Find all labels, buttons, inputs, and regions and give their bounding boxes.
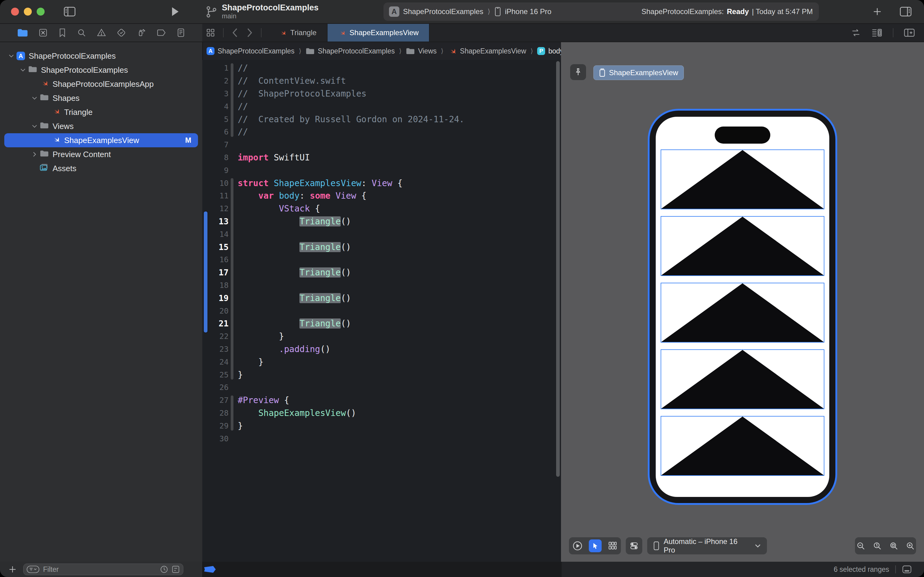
code-line-7[interactable]: 7 [202, 139, 561, 151]
breadcrumb-item-body[interactable]: Pbody [537, 47, 561, 55]
code-line-19[interactable]: 19 Triangle() [202, 292, 561, 305]
issues-navigator-icon[interactable] [97, 28, 106, 37]
related-items-icon[interactable] [206, 28, 215, 37]
sidebar-item-shapeprotocolexamples[interactable]: AShapeProtocolExamples [4, 49, 198, 63]
code-line-17[interactable]: 17 Triangle() [202, 266, 561, 279]
code-line-3[interactable]: 3// ShapeProtocolExamples [202, 87, 561, 100]
run-button[interactable] [171, 6, 180, 17]
toggle-debug-area-icon[interactable] [902, 565, 912, 574]
code-line-29[interactable]: 29} [202, 419, 561, 432]
preview-triangle-5[interactable] [661, 416, 824, 476]
reports-navigator-icon[interactable] [177, 28, 185, 37]
add-editor-icon[interactable] [904, 28, 915, 37]
go-forward-icon[interactable] [246, 28, 253, 38]
source-editor[interactable]: 1//2// ContentView.swift3// ShapeProtoco… [202, 60, 561, 562]
code-line-10[interactable]: 10struct ShapeExamplesView: View { [202, 177, 561, 190]
code-line-13[interactable]: 13 Triangle() [202, 215, 561, 228]
sidebar-item-shapeprotocolexamples[interactable]: ShapeProtocolExamples [4, 63, 198, 77]
code-line-26[interactable]: 26 [202, 381, 561, 394]
code-review-icon[interactable] [851, 28, 861, 37]
code-line-23[interactable]: 23 .padding() [202, 343, 561, 356]
chevron-down-icon[interactable] [18, 68, 28, 72]
sidebar-item-assets[interactable]: Assets [4, 161, 198, 176]
preview-triangle-2[interactable] [661, 216, 824, 276]
code-line-21[interactable]: 21 Triangle() [202, 317, 561, 330]
sidebar-item-shapeexamplesview[interactable]: ShapeExamplesViewM [4, 133, 198, 147]
source-control-navigator-icon[interactable] [39, 28, 48, 37]
filter-input[interactable] [42, 565, 157, 574]
code-line-18[interactable]: 18 [202, 279, 561, 292]
breadcrumb-item-views[interactable]: Views [406, 47, 437, 55]
preview-device-menu[interactable]: Automatic – iPhone 16 Pro [647, 537, 767, 554]
chevron-down-icon[interactable] [29, 124, 40, 128]
add-item-icon[interactable] [872, 6, 882, 17]
navigator-filter-field[interactable] [23, 564, 184, 575]
minimize-window-button[interactable] [24, 8, 32, 16]
find-navigator-icon[interactable] [77, 28, 86, 37]
code-line-15[interactable]: 15 Triangle() [202, 240, 561, 253]
source-control-status-icon[interactable] [171, 565, 180, 574]
code-line-28[interactable]: 28 ShapeExamplesView() [202, 407, 561, 420]
add-file-icon[interactable] [8, 565, 17, 574]
code-line-5[interactable]: 5// Created by Russell Gordon on 2024-11… [202, 113, 561, 126]
close-window-button[interactable] [11, 8, 19, 16]
code-line-16[interactable]: 16 [202, 253, 561, 266]
iphone-preview-frame[interactable] [648, 109, 837, 505]
scheme-project-label[interactable]: ShapeProtocolExamples [403, 7, 483, 16]
editor-tab-triangle[interactable]: Triangle [268, 24, 328, 42]
code-line-2[interactable]: 2// ContentView.swift [202, 74, 561, 87]
code-line-9[interactable]: 9 [202, 164, 561, 177]
zoom-to-fit-icon[interactable] [889, 541, 898, 550]
scheme-device-label[interactable]: iPhone 16 Pro [505, 7, 551, 16]
code-line-4[interactable]: 4// [202, 100, 561, 113]
project-navigator-icon[interactable] [18, 28, 28, 37]
editor-tab-shapeexamplesview[interactable]: ShapeExamplesView [328, 24, 430, 42]
code-line-11[interactable]: 11 var body: some View { [202, 190, 561, 202]
zoom-out-icon[interactable] [856, 541, 865, 550]
device-settings-button[interactable] [626, 537, 642, 554]
go-back-icon[interactable] [232, 28, 238, 38]
code-line-25[interactable]: 25} [202, 368, 561, 381]
zoom-window-button[interactable] [37, 8, 45, 16]
breadcrumb-item-shapeprotocolexamples[interactable]: AShapeProtocolExamples [206, 47, 295, 55]
chevron-down-icon[interactable] [6, 54, 16, 58]
chevron-down-icon[interactable] [29, 96, 40, 100]
breakpoints-navigator-icon[interactable] [156, 28, 166, 37]
editor-breakpoint-tag[interactable] [204, 566, 216, 573]
code-line-12[interactable]: 12 VStack { [202, 202, 561, 215]
zoom-in-icon[interactable] [906, 541, 915, 550]
code-line-22[interactable]: 22 } [202, 330, 561, 343]
sidebar-item-views[interactable]: Views [4, 119, 198, 133]
code-line-8[interactable]: 8import SwiftUI [202, 151, 561, 164]
code-line-27[interactable]: 27#Preview { [202, 394, 561, 407]
toggle-inspectors-icon[interactable] [900, 6, 912, 17]
chevron-right-icon[interactable] [29, 152, 40, 157]
sidebar-item-preview-content[interactable]: Preview Content [4, 147, 198, 161]
debug-navigator-icon[interactable] [137, 28, 146, 37]
live-preview-icon[interactable] [572, 541, 583, 551]
preview-triangle-3[interactable] [661, 283, 824, 343]
selectable-mode-button[interactable] [589, 539, 602, 552]
scheme-selector[interactable]: A ShapeProtocolExamples ⟩ iPhone 16 Pro [389, 6, 552, 17]
sidebar-item-shapes[interactable]: Shapes [4, 91, 198, 105]
breadcrumb-item-shapeexamplesview[interactable]: ShapeExamplesView [448, 47, 526, 56]
bookmarks-navigator-icon[interactable] [58, 28, 66, 37]
tests-navigator-icon[interactable] [117, 28, 126, 37]
code-line-6[interactable]: 6// [202, 126, 561, 139]
code-line-30[interactable]: 30 [202, 432, 561, 445]
sidebar-item-triangle[interactable]: Triangle [4, 105, 198, 119]
editor-options-icon[interactable] [871, 28, 882, 37]
code-line-20[interactable]: 20 [202, 305, 561, 317]
recent-files-clock-icon[interactable] [160, 565, 168, 574]
preview-triangle-1[interactable] [661, 150, 824, 210]
breadcrumb-item-shapeprotocolexamples[interactable]: ShapeProtocolExamples [306, 47, 395, 55]
variants-mode-icon[interactable] [608, 541, 618, 551]
pin-preview-button[interactable] [570, 64, 586, 80]
code-line-14[interactable]: 14 [202, 228, 561, 240]
code-line-24[interactable]: 24 } [202, 355, 561, 368]
toggle-navigator-icon[interactable] [64, 6, 76, 17]
preview-target-chip[interactable]: ShapeExamplesView [593, 65, 684, 80]
preview-triangle-4[interactable] [661, 349, 824, 409]
editor-scrollbar[interactable] [556, 61, 560, 477]
zoom-actual-size-icon[interactable] [872, 541, 882, 550]
